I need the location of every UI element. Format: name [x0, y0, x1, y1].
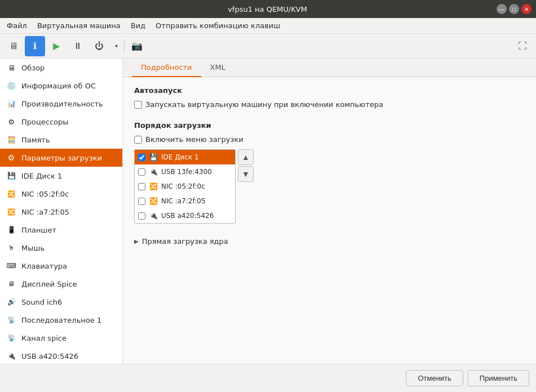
- sidebar-item-mouse[interactable]: Мышь: [0, 239, 122, 257]
- cancel-button[interactable]: Отменить: [406, 370, 463, 386]
- boot-item-nica7-label: NIC :a7:2f:05: [161, 197, 232, 205]
- tab-xml[interactable]: XML: [201, 59, 234, 77]
- boot-list-item-nic05[interactable]: 🔀 NIC :05:2f:0c: [135, 179, 235, 194]
- boot-order-up-button[interactable]: ▲: [238, 149, 254, 165]
- boot-list-item-usba420[interactable]: 🔌 USB a420:5426: [135, 208, 235, 223]
- menu-send[interactable]: Отправить комбинацию клавиш: [151, 20, 285, 32]
- ide-disk-icon: [6, 170, 17, 181]
- autostart-checkbox[interactable]: [134, 101, 142, 109]
- sidebar-item-os-info[interactable]: Информация об ОС: [0, 77, 122, 95]
- boot-list-item-ide-disk[interactable]: 💾 IDE Диск 1: [135, 150, 235, 164]
- sound-icon: [6, 296, 17, 308]
- nic1-icon: [6, 188, 17, 199]
- sidebar-item-usb1[interactable]: USB a420:5426: [0, 347, 122, 364]
- boot-list-item-usb13fe[interactable]: 🔌 USB 13fe:4300: [135, 164, 235, 179]
- keyboard-icon: [6, 260, 17, 271]
- sidebar-item-tablet-label: Планшет: [21, 226, 117, 234]
- menubar: Файл Виртуальная машина Вид Отправить ко…: [0, 18, 536, 34]
- sidebar-item-os-info-label: Информация об ОС: [21, 82, 117, 90]
- apply-button[interactable]: Применить: [468, 370, 529, 386]
- boot-item-nic05-icon: 🔀: [149, 182, 158, 191]
- titlebar-title: vfpsu1 на QEMU/KVM: [38, 5, 497, 14]
- boot-order-section: Порядок загрузки Включить меню загрузки …: [134, 121, 525, 224]
- autostart-label: Запускать виртуальную машину при включен…: [145, 100, 383, 109]
- sidebar-item-serial-label: Последовательное 1: [21, 316, 117, 324]
- power-button[interactable]: ⏻: [89, 36, 109, 56]
- sidebar-item-nic2-label: NIC :a7:2f:05: [21, 208, 117, 216]
- boot-order-down-button[interactable]: ▼: [238, 166, 254, 182]
- sidebar-item-display[interactable]: Дисплей Spice: [0, 275, 122, 293]
- sidebar: Обзор Информация об ОС Производительност…: [0, 59, 123, 364]
- direct-boot-row[interactable]: ▶ Прямая загрузка ядра: [134, 235, 525, 248]
- sidebar-item-ide-disk[interactable]: IDE Диск 1: [0, 167, 122, 185]
- arrow-down-icon: ▼: [242, 170, 250, 179]
- boot-icon: ⚙: [6, 152, 17, 163]
- sidebar-item-keyboard[interactable]: Клавиатура: [0, 257, 122, 275]
- power-dropdown-button[interactable]: ▾: [110, 36, 122, 56]
- boot-item-usb13fe-checkbox[interactable]: [138, 168, 145, 176]
- minimize-button[interactable]: —: [497, 4, 507, 14]
- sidebar-item-performance[interactable]: Производительность: [0, 95, 122, 113]
- boot-item-usba420-icon: 🔌: [149, 211, 158, 220]
- boot-item-nic05-checkbox[interactable]: [138, 183, 145, 190]
- menu-view[interactable]: Вид: [126, 20, 150, 32]
- toolbar-separator: [124, 39, 125, 53]
- fullscreen-button[interactable]: ⛶: [512, 36, 533, 56]
- boot-list-item-nica7[interactable]: 🔀 NIC :a7:2f:05: [135, 194, 235, 208]
- autostart-section: Автозапуск Запускать виртуальную машину …: [134, 86, 525, 110]
- maximize-button[interactable]: □: [509, 4, 519, 14]
- sidebar-item-boot-label: Параметры загрузки: [21, 154, 117, 162]
- menu-vm[interactable]: Виртуальная машина: [33, 20, 125, 32]
- boot-item-ide-disk-label: IDE Диск 1: [161, 153, 232, 161]
- sidebar-item-tablet[interactable]: Планшет: [0, 221, 122, 239]
- boot-item-nic05-label: NIC :05:2f:0c: [161, 182, 232, 190]
- sidebar-item-memory[interactable]: Память: [0, 131, 122, 149]
- autostart-checkbox-row[interactable]: Запускать виртуальную машину при включен…: [134, 99, 525, 110]
- titlebar-controls: — □ ✕: [497, 4, 531, 14]
- boot-item-ide-disk-checkbox[interactable]: [138, 154, 145, 161]
- boot-menu-checkbox[interactable]: [134, 136, 142, 144]
- cpu-icon: [6, 116, 17, 127]
- boot-item-ide-disk-icon: 💾: [149, 153, 158, 162]
- sidebar-item-boot[interactable]: ⚙ Параметры загрузки: [0, 149, 122, 167]
- run-button[interactable]: ▶: [46, 36, 67, 56]
- sidebar-item-nic1[interactable]: NIC :05:2f:0c: [0, 185, 122, 203]
- show-vm-button[interactable]: 🖥: [3, 36, 24, 56]
- sidebar-item-usb1-label: USB a420:5426: [21, 352, 117, 360]
- sidebar-item-nic1-label: NIC :05:2f:0c: [21, 190, 117, 198]
- tab-details[interactable]: Подробности: [132, 59, 201, 77]
- sidebar-item-spice-channel[interactable]: Канал spice: [0, 329, 122, 347]
- overview-icon: [6, 62, 17, 73]
- boot-item-nica7-checkbox[interactable]: [138, 198, 145, 205]
- direct-boot-label: Прямая загрузка ядра: [142, 237, 228, 246]
- sidebar-item-cpu[interactable]: Процессоры: [0, 113, 122, 131]
- boot-order-title: Порядок загрузки: [134, 121, 525, 130]
- close-button[interactable]: ✕: [521, 4, 531, 14]
- sidebar-item-serial[interactable]: Последовательное 1: [0, 311, 122, 329]
- sidebar-item-overview[interactable]: Обзор: [0, 59, 122, 77]
- boot-item-usb13fe-label: USB 13fe:4300: [161, 168, 232, 176]
- sidebar-item-nic2[interactable]: NIC :a7:2f:05: [0, 203, 122, 221]
- main-content: Обзор Информация об ОС Производительност…: [0, 59, 536, 364]
- boot-list-container: 💾 IDE Диск 1 🔌 USB 13fe:4300 🔀: [134, 149, 525, 224]
- arrow-up-icon: ▲: [242, 153, 250, 162]
- tab-content-details: Автозапуск Запускать виртуальную машину …: [123, 77, 536, 364]
- performance-icon: [6, 98, 17, 109]
- menu-file[interactable]: Файл: [2, 20, 32, 32]
- snapshot-button[interactable]: 📷: [127, 36, 147, 56]
- sidebar-item-memory-label: Память: [21, 136, 117, 144]
- sidebar-item-mouse-label: Мышь: [21, 244, 117, 252]
- direct-boot-triangle-icon: ▶: [134, 238, 139, 244]
- boot-item-nica7-icon: 🔀: [149, 197, 158, 206]
- autostart-title: Автозапуск: [134, 86, 525, 95]
- info-button[interactable]: ℹ: [25, 36, 45, 56]
- bottom-right: Отменить Применить: [406, 370, 529, 386]
- boot-menu-label: Включить меню загрузки: [145, 135, 243, 144]
- tabs: Подробности XML: [123, 59, 536, 77]
- boot-item-usba420-checkbox[interactable]: [138, 212, 145, 220]
- spice-channel-icon: [6, 332, 17, 344]
- sidebar-item-overview-label: Обзор: [21, 64, 117, 72]
- boot-menu-checkbox-row[interactable]: Включить меню загрузки: [134, 134, 525, 145]
- sidebar-item-sound[interactable]: Sound ich6: [0, 293, 122, 311]
- pause-button[interactable]: ⏸: [68, 36, 88, 56]
